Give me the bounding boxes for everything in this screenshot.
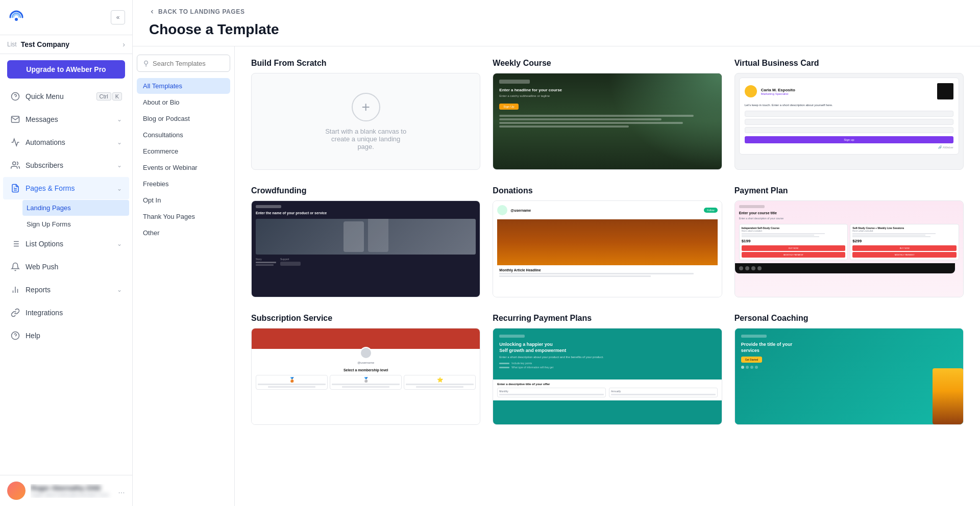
user-info: Roger Abernathy 2342 roger.abernathy@exa… [31,484,113,498]
sidebar-item-label: Automations [26,138,112,146]
sidebar-item-pages-forms[interactable]: Pages & Forms ⌃ [3,177,129,199]
template-preview: Carla M. Esposito Marketing Specialist L… [734,73,964,170]
back-link-text: Back to Landing Pages [158,8,245,15]
search-icon: ⚲ [143,59,149,67]
template-preview: + Start with a blank canvas to create a … [251,73,480,170]
sidebar-footer: Roger Abernathy 2342 roger.abernathy@exa… [0,475,132,506]
sidebar-item-reports[interactable]: Reports ⌄ [3,279,129,301]
content-area: ⚲ All Templates About or Bio Blog or Pod… [133,46,980,506]
template-card-weekly-course[interactable]: Weekly Course Enter a headline for your … [493,59,722,170]
sidebar-item-label: Help [26,332,122,340]
chevron-down-icon: ⌄ [117,162,122,169]
chevron-down-icon: ⌄ [117,240,122,247]
template-title: Personal Coaching [734,314,964,323]
sidebar-item-integrations[interactable]: Integrations [3,301,129,324]
collapse-sidebar-button[interactable]: « [111,10,125,24]
sidebar-item-sign-up-forms[interactable]: Sign Up Forms [22,216,129,232]
filter-item-ecommerce[interactable]: Ecommerce [137,143,230,159]
template-title: Recurring Payment Plans [493,314,722,323]
template-title: Virtual Business Card [734,59,964,68]
sidebar: « List Test Company › Upgrade to AWeber … [0,0,133,506]
back-to-landing-pages-link[interactable]: Back to Landing Pages [149,8,964,15]
svg-point-1 [15,18,18,21]
sidebar-header: « [0,0,132,35]
template-preview: Provide the title of your services Get S… [734,328,964,425]
filter-item-thank-you[interactable]: Thank You Pages [137,209,230,224]
template-card-payment-plan[interactable]: Payment Plan Enter your course title Ent… [734,186,964,297]
messages-icon [10,114,20,124]
user-email: roger.abernathy@example.com [31,492,113,498]
template-title: Crowdfunding [251,186,480,195]
list-arrow-icon: › [122,40,125,48]
template-title: Payment Plan [734,186,964,195]
main-content: Back to Landing Pages Choose a Template … [133,0,980,506]
vbc-card-preview: Carla M. Esposito Marketing Specialist L… [739,78,959,155]
subscribers-icon [10,160,20,170]
back-arrow-icon [149,9,155,15]
templates-grid: Build From Scratch + Start with a blank … [235,46,980,506]
filter-item-about-bio[interactable]: About or Bio [137,94,230,110]
template-preview: @username Select a membership level 🥉 🥈 [251,328,480,425]
template-title: Donations [493,186,722,195]
filter-item-other[interactable]: Other [137,225,230,241]
list-name: Test Company [21,40,119,48]
svg-point-4 [13,162,16,165]
template-title: Weekly Course [493,59,722,68]
sidebar-item-label: Web Push [26,263,122,271]
template-preview: @username Follow Monthly Article Headlin… [493,200,722,297]
template-preview: Enter the name of your product or servic… [251,200,480,297]
sidebar-item-messages[interactable]: Messages ⌄ [3,108,129,131]
filter-item-events-webinar[interactable]: Events or Webinar [137,160,230,175]
template-preview: Enter your course title Enter a short de… [734,200,964,297]
sidebar-item-label: Messages [26,115,112,123]
template-preview: Enter a headline for your course Enter a… [493,73,722,170]
pages-forms-icon [10,183,20,193]
chevron-down-icon: ⌄ [117,139,122,146]
page-title: Choose a Template [149,21,964,46]
integrations-icon [10,308,20,318]
template-card-subscription[interactable]: Subscription Service @username Select a … [251,314,480,425]
list-options-icon [10,239,20,249]
sidebar-item-quick-menu[interactable]: Quick Menu Ctrl K [3,85,129,108]
filter-item-opt-in[interactable]: Opt In [137,192,230,208]
sidebar-item-label: Integrations [26,309,122,317]
filter-item-consultations[interactable]: Consultations [137,127,230,143]
reports-icon [10,285,20,295]
template-card-coaching[interactable]: Personal Coaching Provide the title of y… [734,314,964,425]
list-selector[interactable]: List Test Company › [0,35,132,54]
template-title: Build From Scratch [251,59,480,68]
quick-menu-icon [10,91,20,102]
main-nav: Quick Menu Ctrl K Messages ⌄ Auto [0,85,132,347]
filter-item-freebies[interactable]: Freebies [137,176,230,192]
sidebar-item-subscribers[interactable]: Subscribers ⌄ [3,154,129,176]
aweber-logo [7,8,26,27]
sidebar-item-automations[interactable]: Automations ⌄ [3,131,129,154]
sidebar-item-landing-pages[interactable]: Landing Pages [22,200,129,216]
list-label: List [7,41,17,48]
search-input[interactable] [153,60,224,67]
template-card-vbc[interactable]: Virtual Business Card Carla M. Esposito … [734,59,964,170]
template-title: Subscription Service [251,314,480,323]
filter-item-all[interactable]: All Templates [137,78,230,94]
sidebar-item-label: Pages & Forms [26,184,112,192]
search-box: ⚲ [137,55,230,72]
template-card-scratch[interactable]: Build From Scratch + Start with a blank … [251,59,480,170]
sidebar-item-web-push[interactable]: Web Push [3,256,129,278]
web-push-icon [10,262,20,272]
chevron-down-icon: ⌄ [117,116,122,123]
sidebar-item-label: Reports [26,286,112,294]
sidebar-item-label: Subscribers [26,161,112,169]
chevron-down-icon: ⌄ [117,286,122,293]
sidebar-item-list-options[interactable]: List Options ⌄ [3,233,129,255]
template-card-recurring[interactable]: Recurring Payment Plans Unlocking a happ… [493,314,722,425]
template-card-donations[interactable]: Donations @username Follow Monthly Artic… [493,186,722,297]
main-header: Back to Landing Pages Choose a Template [133,0,980,46]
user-menu-button[interactable]: … [118,487,125,495]
avatar [7,482,26,500]
scratch-description: Start with a blank canvas to create a un… [325,128,407,150]
upgrade-button[interactable]: Upgrade to AWeber Pro [7,60,125,79]
filter-item-blog-podcast[interactable]: Blog or Podcast [137,111,230,127]
pages-forms-subnav: Landing Pages Sign Up Forms [0,200,132,232]
template-card-crowdfunding[interactable]: Crowdfunding Enter the name of your prod… [251,186,480,297]
sidebar-item-help[interactable]: Help [3,324,129,347]
